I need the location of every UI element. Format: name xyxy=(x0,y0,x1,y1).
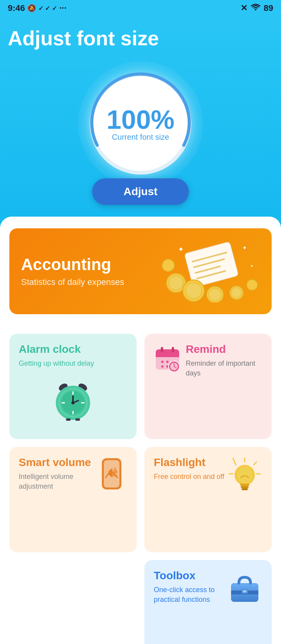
svg-point-41 xyxy=(166,361,169,363)
remind-header: Remind Reminder of important days xyxy=(154,343,262,378)
svg-rect-62 xyxy=(240,484,249,486)
flashlight-subtitle: Free control on and off xyxy=(154,472,224,482)
remind-calendar-icon xyxy=(154,345,181,372)
check-icons: ✓ ✓ ✓ xyxy=(38,5,57,12)
svg-rect-38 xyxy=(161,347,163,352)
alarm-clock-card[interactable]: Alarm clock Getting up without delay xyxy=(9,334,137,439)
toolbox-card[interactable]: Toolbox One-click access to practical fu… xyxy=(144,560,272,644)
volume-title: Smart volume xyxy=(19,456,96,469)
svg-rect-63 xyxy=(241,486,249,488)
accounting-illustration: ✦ ✦ ✦ xyxy=(158,240,260,302)
svg-text:✦: ✦ xyxy=(250,264,253,268)
remind-icon-svg xyxy=(154,345,181,372)
toolbox-svg xyxy=(227,569,262,605)
battery-x-icon: ✕ xyxy=(240,3,247,13)
gauge-label: Current font size xyxy=(112,133,169,142)
alarm-clock-icon xyxy=(19,375,127,422)
svg-text:✦: ✦ xyxy=(242,245,247,251)
page-title: Adjust font size xyxy=(8,27,273,50)
header-section: Adjust font size 100% Current font size … xyxy=(0,16,281,228)
alarm-clock-subtitle: Getting up without delay xyxy=(19,359,127,368)
toolbox-text: Toolbox One-click access to practical fu… xyxy=(154,569,227,605)
wifi-icon xyxy=(251,3,261,13)
toolbox-title: Toolbox xyxy=(154,569,227,582)
accounting-banner[interactable]: Accounting Statistics of daily expenses … xyxy=(9,228,272,314)
feature-grid: Alarm clock Getting up without delay xyxy=(9,334,272,644)
gauge-percent: 100% xyxy=(107,106,174,133)
content-area: Accounting Statistics of daily expenses … xyxy=(0,217,281,644)
remind-subtitle: Reminder of important days xyxy=(186,359,262,378)
svg-point-0 xyxy=(255,9,256,11)
flashlight-icon xyxy=(227,456,262,491)
svg-point-11 xyxy=(169,276,183,290)
status-right: ✕ 89 xyxy=(240,3,273,13)
svg-point-19 xyxy=(247,279,258,290)
accounting-subtitle: Statistics of daily expenses xyxy=(21,277,124,287)
adjust-button[interactable]: Adjust xyxy=(92,178,189,205)
lightbulb-svg xyxy=(227,456,262,491)
svg-rect-34 xyxy=(75,418,80,421)
svg-point-43 xyxy=(161,365,164,368)
svg-rect-64 xyxy=(242,488,248,490)
flashlight-card[interactable]: Flashlight Free control on and off xyxy=(144,447,272,552)
alarm-clock-title: Alarm clock xyxy=(19,343,127,356)
svg-point-17 xyxy=(231,288,242,298)
gauge-ring: 100% Current font size xyxy=(90,73,191,174)
alarm-clock-svg xyxy=(50,375,96,422)
notification-icon: 🔕 xyxy=(27,4,36,12)
battery-display: 89 xyxy=(264,3,273,13)
accounting-svg: ✦ ✦ ✦ xyxy=(158,240,260,302)
svg-rect-39 xyxy=(172,347,174,352)
smart-volume-card[interactable]: Smart volume Intelligent volume adjustme… xyxy=(9,447,137,552)
svg-point-18 xyxy=(162,259,174,272)
accounting-text: Accounting Statistics of daily expenses xyxy=(21,255,124,287)
time-display: 9:46 xyxy=(8,3,25,13)
volume-content: Smart volume Intelligent volume adjustme… xyxy=(19,456,127,491)
svg-point-61 xyxy=(237,466,253,484)
accounting-title: Accounting xyxy=(21,255,124,274)
svg-line-58 xyxy=(233,458,236,465)
volume-subtitle: Intelligent volume adjustment xyxy=(19,472,96,491)
svg-rect-69 xyxy=(243,590,247,592)
status-left: 9:46 🔕 ✓ ✓ ✓ ··· xyxy=(8,3,66,13)
svg-point-32 xyxy=(71,401,75,404)
flashlight-text: Flashlight Free control on and off xyxy=(154,456,224,482)
svg-rect-33 xyxy=(66,418,71,421)
flashlight-title: Flashlight xyxy=(154,456,224,469)
svg-text:✦: ✦ xyxy=(178,246,184,253)
remind-title: Remind xyxy=(186,343,262,356)
remind-text: Remind Reminder of important days xyxy=(186,343,262,378)
volume-icon-svg xyxy=(96,456,127,491)
svg-rect-37 xyxy=(156,354,179,357)
status-bar: 9:46 🔕 ✓ ✓ ✓ ··· ✕ 89 xyxy=(0,0,281,16)
flashlight-content: Flashlight Free control on and off xyxy=(154,456,262,491)
volume-text: Smart volume Intelligent volume adjustme… xyxy=(19,456,96,491)
svg-line-56 xyxy=(254,462,256,465)
more-icon: ··· xyxy=(59,3,66,13)
remind-card[interactable]: Remind Reminder of important days xyxy=(144,334,272,439)
gauge-outer: 100% Current font size xyxy=(78,61,203,186)
svg-point-13 xyxy=(186,283,201,299)
svg-point-15 xyxy=(209,288,221,301)
toolbox-icon xyxy=(227,569,262,605)
toolbox-subtitle: One-click access to practical functions xyxy=(154,585,227,605)
volume-icon xyxy=(96,456,127,491)
gauge-container: 100% Current font size Adjust xyxy=(8,61,273,205)
svg-point-40 xyxy=(161,361,164,363)
toolbox-content: Toolbox One-click access to practical fu… xyxy=(154,569,262,605)
